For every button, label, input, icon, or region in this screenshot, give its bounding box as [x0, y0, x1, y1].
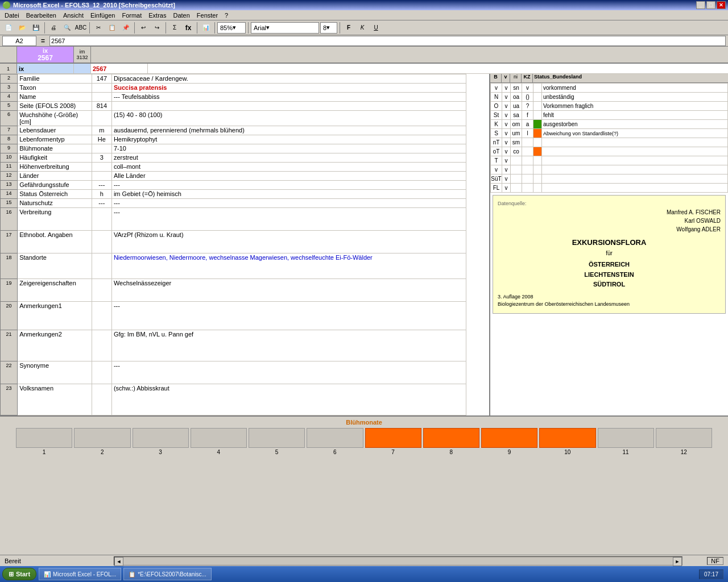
start-button[interactable]: ⊞ Start	[2, 568, 36, 580]
underline-button[interactable]: U	[370, 22, 382, 34]
table-row: 10 Häufigkeit 3 zerstreut	[1, 153, 466, 163]
table-row: 7 Lebensdauer m ausdauernd, perennierend…	[1, 126, 466, 135]
bar-11	[598, 428, 654, 448]
book-panel: Datenquelle: Manfred A. FISCHER Karl OSW…	[493, 195, 726, 314]
start-label: Start	[16, 571, 30, 577]
zoom-value: 85%	[220, 24, 233, 31]
country3: SÜDTIROL	[498, 280, 721, 290]
window-controls[interactable]: _ □ ✕	[696, 1, 726, 9]
bold-button[interactable]: F	[342, 22, 355, 34]
scroll-left-button[interactable]: ◄	[114, 557, 123, 566]
italic-button[interactable]: K	[356, 22, 369, 34]
window-title: Microsoft Excel - EFOLS3_12_2010 [Schrei…	[13, 2, 175, 9]
menu-format[interactable]: Format	[118, 11, 145, 19]
table-row: 5 Seite (EFOLS 2008) 814	[1, 102, 466, 111]
month-9: 9	[481, 449, 537, 455]
month-10: 10	[539, 449, 595, 455]
copy-button[interactable]: 📋	[106, 22, 118, 34]
chart-button[interactable]: 📊	[200, 22, 212, 34]
status-bar: Bereit ◄ ► NF	[0, 555, 728, 566]
sep2	[89, 22, 90, 34]
im-header: im	[80, 49, 85, 55]
bar-10	[539, 428, 595, 448]
open-button[interactable]: 📂	[16, 22, 28, 34]
cut-button[interactable]: ✂	[92, 22, 105, 34]
bluhmonate-label: Blühmonate	[5, 419, 723, 426]
bar-4	[191, 428, 247, 448]
scrollbar-area[interactable]: ◄ ►	[114, 556, 682, 566]
taskbar: ⊞ Start 📊 Microsoft Excel - EFOL... 📋 *E…	[0, 566, 728, 582]
minimize-button[interactable]: _	[696, 1, 705, 9]
bar-12	[656, 428, 712, 448]
table-row: 22 Synonyme ---	[1, 361, 466, 384]
bar-8	[423, 428, 479, 448]
paste-button[interactable]: 📌	[119, 22, 132, 34]
undo-button[interactable]: ↩	[137, 22, 150, 34]
formula-bar: =	[0, 35, 728, 47]
close-button[interactable]: ✕	[717, 1, 726, 9]
bar-9	[481, 428, 537, 448]
ix-value-cell[interactable]: 2567	[91, 64, 148, 73]
spell-button[interactable]: ABC	[75, 22, 87, 34]
menu-bar: Datei Bearbeiten Ansicht Einfügen Format…	[0, 10, 728, 20]
sep1	[44, 22, 45, 34]
month-8: 8	[423, 449, 479, 455]
month-12: 12	[656, 449, 712, 455]
table-row: 4 Name --- Teufelsabbiss	[1, 93, 466, 102]
month-1: 1	[16, 449, 72, 455]
data-table: 2 Familie 147 Dipsacaceae / Kardengew. 3…	[0, 74, 466, 415]
sep7	[248, 22, 249, 34]
menu-ansicht[interactable]: Ansicht	[60, 11, 87, 19]
sum-button[interactable]: Σ	[168, 22, 181, 34]
bar-3	[133, 428, 189, 448]
table-row: 23 Volksnamen (schw.:) Abbisskraut	[1, 384, 466, 415]
ix-label-cell: ix	[17, 64, 74, 73]
edition: 3. Auflage 2008	[498, 293, 721, 301]
menu-einfuegen[interactable]: Einfügen	[87, 11, 118, 19]
author3: Wolfgang ADLER	[498, 225, 721, 234]
table-row: 18 Standorte Niedermoorwiesen, Niedermoo…	[1, 253, 466, 279]
sep5	[197, 22, 197, 34]
efols-taskbar-icon: 📋	[129, 571, 135, 577]
clock: 07:17	[699, 569, 723, 579]
fontsize-dropdown[interactable]: 8▾	[320, 22, 337, 34]
menu-bearbeiten[interactable]: Bearbeiten	[23, 11, 60, 19]
font-dropdown[interactable]: Arial▾	[251, 22, 319, 34]
fx-button[interactable]: fx	[182, 22, 195, 34]
table-row: 9 Blühmonate 7-10	[1, 144, 466, 153]
sep8	[340, 22, 340, 34]
formula-equals: =	[39, 37, 47, 45]
status-header: Status_Bundesland	[533, 74, 728, 82]
menu-daten[interactable]: Daten	[169, 11, 193, 19]
formula-input[interactable]	[49, 36, 726, 46]
table-row: 20 Anmerkungen1 ---	[1, 302, 466, 330]
menu-help[interactable]: ?	[221, 11, 231, 19]
new-button[interactable]: 📄	[2, 22, 15, 34]
redo-button[interactable]: ↪	[151, 22, 163, 34]
menu-fenster[interactable]: Fenster	[193, 11, 221, 19]
table-row: 21 Anmerkungen2 Gfg: Im BM, nVL u. Pann …	[1, 330, 466, 361]
author1: Manfred A. FISCHER	[498, 208, 721, 217]
taskbar-efols-item[interactable]: 📋 *E:\EFOLS2007\Botanisc...	[123, 568, 212, 580]
bar-1	[16, 428, 72, 448]
menu-extras[interactable]: Extras	[145, 11, 169, 19]
scroll-right-button[interactable]: ►	[673, 557, 682, 566]
preview-button[interactable]: 🔍	[61, 22, 73, 34]
cell-reference-input[interactable]	[2, 36, 36, 46]
maximize-button[interactable]: □	[706, 1, 715, 9]
spreadsheet-area: ix 2567 im 3132 1 ix 2567	[0, 47, 728, 458]
table-row: 8 Lebenformentyp He Hemikryptophyt	[1, 135, 466, 144]
menu-datei[interactable]: Datei	[1, 11, 23, 19]
table-row: 15 Naturschutz --- ---	[1, 199, 466, 208]
taskbar-excel-item[interactable]: 📊 Microsoft Excel - EFOL...	[39, 568, 121, 580]
table-row: 19 Zeigereigenschaften Wechselnässezeige…	[1, 279, 466, 302]
print-button[interactable]: 🖨	[47, 22, 60, 34]
efols-taskbar-label: *E:\EFOLS2007\Botanisc...	[138, 571, 206, 577]
zoom-dropdown[interactable]: 85%▾	[217, 22, 246, 34]
ix-value: 2567	[38, 54, 53, 62]
sep3	[134, 22, 135, 34]
save-button[interactable]: 💾	[30, 22, 42, 34]
table-row: 16 Verbreitung ---	[1, 208, 466, 231]
bar-5	[249, 428, 305, 448]
font-value: Arial	[254, 24, 266, 31]
